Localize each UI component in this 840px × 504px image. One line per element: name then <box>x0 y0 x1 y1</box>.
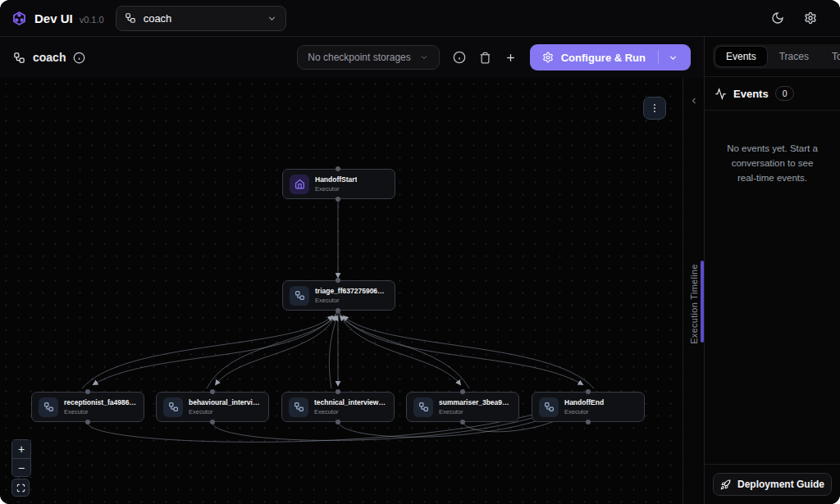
panel-tabs: Events Traces Tools <box>713 44 840 69</box>
node-subtitle: Executor <box>564 408 604 415</box>
tab-traces[interactable]: Traces <box>769 47 819 66</box>
graph-node-receptionist[interactable]: receptionist_fa49863e2... Executor <box>31 392 144 422</box>
workflow-icon <box>163 397 183 417</box>
workflow-info-button[interactable] <box>73 52 85 64</box>
trash-icon <box>479 52 491 64</box>
node-subtitle: Executor <box>315 185 357 193</box>
chevron-down-icon <box>267 13 277 24</box>
graph-node-handoffstart[interactable]: HandoffStart Executor <box>282 169 395 199</box>
app-window: Dev UI v0.1.0 coach <box>0 0 840 504</box>
workflow-icon <box>39 397 58 417</box>
brand: Dev UI v0.1.0 <box>11 11 104 26</box>
info-icon <box>73 52 85 64</box>
fit-view-icon <box>16 484 25 493</box>
settings-button[interactable] <box>804 11 817 25</box>
deployment-guide-label: Deployment Guide <box>737 479 824 490</box>
workflow-title: coach <box>33 51 66 64</box>
workflow-icon <box>539 397 559 417</box>
node-subtitle: Executor <box>314 408 387 415</box>
info-icon <box>453 51 466 64</box>
checkpoint-info-button[interactable] <box>453 51 466 64</box>
gear-icon <box>804 11 817 25</box>
node-subtitle: Executor <box>439 408 512 415</box>
node-subtitle: Executor <box>315 297 388 304</box>
zoom-controls: + − <box>11 439 31 497</box>
node-title: HandoffStart <box>315 175 357 184</box>
entity-selector-dropdown[interactable]: coach <box>116 6 286 31</box>
events-section-header: Events 0 <box>705 76 840 111</box>
zoom-out-button[interactable]: − <box>12 458 30 476</box>
workflow-icon <box>413 397 433 417</box>
events-count-badge: 0 <box>775 86 795 101</box>
kebab-menu-icon <box>649 102 660 114</box>
graph-node-technical-interviewer[interactable]: technical_interviewer_a... Executor <box>281 392 395 422</box>
deployment-guide-button[interactable]: Deployment Guide <box>713 473 832 496</box>
workflow-icon <box>125 12 136 24</box>
gear-icon <box>542 52 554 63</box>
node-title: HandoffEnd <box>564 398 604 406</box>
workflow-toolbar: coach No checkpoint storages <box>0 37 704 78</box>
workflow-icon <box>289 397 308 417</box>
expand-timeline-button[interactable] <box>687 94 701 107</box>
entity-selector-value: coach <box>144 12 259 25</box>
tab-tools[interactable]: Tools <box>821 47 840 66</box>
graph-node-behavioural-interviewer[interactable]: behavioural_interviewer... Executor <box>156 392 269 422</box>
activity-icon <box>714 88 727 100</box>
app-header: Dev UI v0.1.0 coach <box>0 0 840 37</box>
button-divider <box>658 51 659 64</box>
node-title: technical_interviewer_a... <box>314 398 387 406</box>
node-title: triage_ff637275906241... <box>315 287 388 295</box>
fit-view-button[interactable] <box>11 479 30 497</box>
workflow-graph-canvas[interactable]: HandoffStart Executor triage_ff637275906… <box>0 78 682 504</box>
timeline-scrollbar[interactable] <box>701 261 704 343</box>
rocket-icon <box>720 479 731 490</box>
canvas-menu-button[interactable] <box>643 97 666 120</box>
node-title: receptionist_fa49863e2... <box>64 398 137 406</box>
graph-node-handoffend[interactable]: HandoffEnd Executor <box>532 392 645 422</box>
node-subtitle: Executor <box>64 408 137 415</box>
panel-footer: Deployment Guide <box>705 464 840 504</box>
app-title: Dev UI <box>34 11 73 25</box>
chevron-left-icon <box>689 96 699 106</box>
node-title: summariser_3bea91bcd... <box>439 398 512 406</box>
node-subtitle: Executor <box>189 408 262 415</box>
events-title: Events <box>733 88 769 100</box>
checkpoint-storage-dropdown[interactable]: No checkpoint storages <box>297 45 439 70</box>
theme-toggle-button[interactable] <box>771 11 784 25</box>
run-button-label: Configure & Run <box>561 52 646 64</box>
graph-node-triage[interactable]: triage_ff637275906241... Executor <box>282 280 395 311</box>
delete-button[interactable] <box>479 52 491 64</box>
moon-icon <box>771 11 784 25</box>
execution-timeline-label: Execution Timeline <box>689 264 699 344</box>
hexagon-logo-icon <box>11 11 27 26</box>
events-panel: Events Traces Tools Events 0 No events y… <box>704 37 840 504</box>
workflow-icon <box>290 286 309 306</box>
execution-timeline-strip: Execution Timeline <box>682 78 704 504</box>
configure-and-run-button[interactable]: Configure & Run <box>530 44 691 70</box>
zoom-in-button[interactable]: + <box>12 440 30 458</box>
chevron-down-icon[interactable] <box>668 52 678 63</box>
chevron-down-icon <box>419 52 429 62</box>
workflow-icon <box>13 52 25 64</box>
graph-node-summariser[interactable]: summariser_3bea91bcd... Executor <box>406 392 519 422</box>
checkpoint-dropdown-value: No checkpoint storages <box>308 52 410 63</box>
tab-events[interactable]: Events <box>715 47 767 66</box>
events-empty-message: No events yet. Start a conversation to s… <box>705 111 840 216</box>
plus-icon <box>504 52 517 64</box>
add-button[interactable] <box>504 52 517 64</box>
home-icon <box>290 175 309 194</box>
node-title: behavioural_interviewer... <box>189 398 262 406</box>
app-version: v0.1.0 <box>80 15 104 25</box>
